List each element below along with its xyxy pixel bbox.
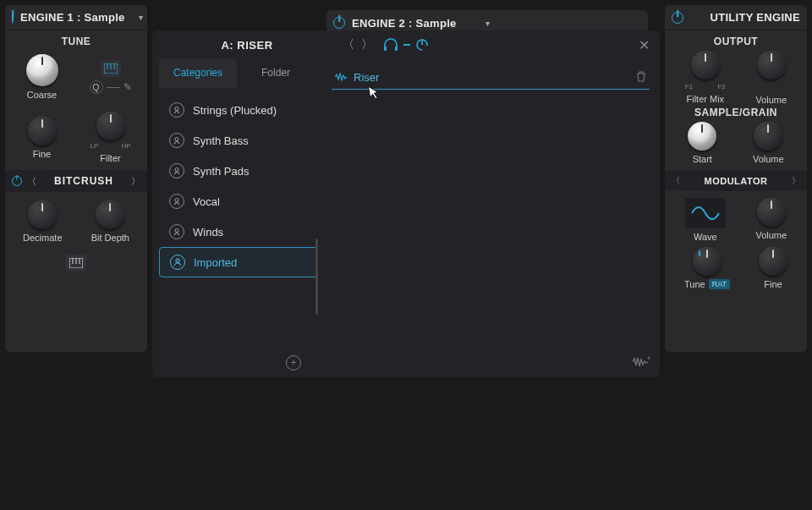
modulator-header: 〈 MODULATOR 〉 bbox=[665, 171, 807, 191]
engine1-title: ENGINE 1 : Sample bbox=[20, 11, 125, 24]
preview-volume-icon[interactable] bbox=[415, 38, 429, 52]
decimate-knob[interactable] bbox=[28, 200, 57, 229]
output-volume-label: Volume bbox=[755, 95, 787, 105]
engine2-power-icon[interactable] bbox=[333, 17, 345, 29]
svg-text:+: + bbox=[647, 356, 650, 362]
category-item[interactable]: Synth Pads bbox=[159, 156, 318, 186]
utility-power-icon[interactable] bbox=[672, 12, 683, 24]
sample-name: Riser bbox=[354, 71, 629, 84]
pencil-icon[interactable]: ✎ bbox=[123, 81, 132, 93]
preset-source-icon bbox=[169, 163, 184, 178]
category-item[interactable]: Synth Bass bbox=[159, 125, 318, 156]
category-item-label: Imported bbox=[194, 256, 237, 269]
user-icon bbox=[170, 255, 185, 270]
filter-knob[interactable] bbox=[96, 112, 125, 140]
browser-prev-icon[interactable]: 〈 bbox=[340, 36, 357, 54]
keytrack-icon[interactable] bbox=[101, 60, 121, 77]
waveform-icon bbox=[335, 73, 347, 83]
category-item[interactable]: Strings (Plucked) bbox=[159, 95, 318, 125]
fx-power-icon[interactable] bbox=[12, 176, 22, 186]
rate-mode-badge[interactable]: RAT bbox=[709, 279, 730, 289]
engine1-header: ENGINE 1 : Sample ▾ bbox=[5, 5, 147, 30]
category-item-label: Strings (Plucked) bbox=[193, 104, 277, 117]
tab-folder[interactable]: Folder bbox=[237, 59, 315, 88]
engine1-power-icon[interactable] bbox=[12, 12, 14, 24]
keyboard-view-icon[interactable] bbox=[66, 255, 86, 271]
category-list: Strings (Plucked)Synth BassSynth PadsVoc… bbox=[159, 95, 318, 370]
category-scrollbar[interactable] bbox=[315, 239, 318, 315]
preset-source-icon bbox=[169, 224, 184, 239]
preset-source-icon bbox=[169, 102, 184, 118]
delete-sample-icon[interactable] bbox=[636, 71, 646, 85]
filter-mix-label: Filter Mix bbox=[687, 94, 725, 104]
category-item[interactable]: Imported bbox=[159, 247, 318, 277]
category-item[interactable]: Vocal bbox=[159, 186, 318, 217]
mod-volume-knob[interactable] bbox=[757, 198, 786, 227]
svg-rect-8 bbox=[384, 47, 387, 51]
tab-categories[interactable]: Categories bbox=[159, 59, 237, 88]
decimate-label: Decimate bbox=[23, 233, 62, 243]
utility-title: UTILITY ENGINE bbox=[690, 11, 800, 24]
mod-volume-label: Volume bbox=[755, 230, 787, 240]
dash-icon bbox=[107, 87, 120, 88]
category-item[interactable]: Winds bbox=[159, 217, 318, 247]
output-section-label: OUTPUT bbox=[670, 36, 802, 47]
preview-controls[interactable] bbox=[383, 38, 429, 52]
browser-next-icon[interactable]: 〉 bbox=[359, 36, 376, 54]
category-item-label: Vocal bbox=[193, 195, 220, 208]
svg-rect-9 bbox=[395, 47, 398, 51]
fx-name-label: BITCRUSH bbox=[36, 175, 131, 187]
fx-selector-bar: 〈 BITCRUSH 〉 bbox=[5, 170, 147, 192]
category-item-label: Synth Pads bbox=[193, 165, 250, 178]
bitdepth-label: Bit Depth bbox=[91, 233, 129, 243]
grain-volume-label: Volume bbox=[753, 154, 784, 164]
q-label: Q bbox=[90, 80, 103, 94]
preset-source-icon bbox=[169, 133, 184, 148]
fine-knob[interactable] bbox=[28, 117, 57, 145]
import-sample-icon[interactable]: + bbox=[633, 356, 650, 370]
sample-grain-label: SAMPLE/GRAIN bbox=[670, 107, 802, 118]
browser-close-button[interactable]: ✕ bbox=[639, 37, 650, 53]
bitdepth-knob[interactable] bbox=[96, 200, 124, 229]
preset-source-icon bbox=[169, 194, 184, 209]
fine-label: Fine bbox=[33, 149, 51, 159]
engine1-panel: ENGINE 1 : Sample ▾ TUNE Coarse Q bbox=[5, 5, 147, 352]
coarse-knob[interactable] bbox=[26, 54, 58, 86]
fx-next-chevron-icon[interactable]: 〉 bbox=[131, 175, 140, 188]
engine1-dropdown-chevron-icon[interactable]: ▾ bbox=[139, 13, 143, 22]
browser-left-pane: Categories Folder Strings (Plucked)Synth… bbox=[152, 59, 321, 370]
browser-title: A: RISER bbox=[162, 39, 332, 52]
tune-section-label: TUNE bbox=[5, 36, 147, 47]
modulator-next-chevron-icon[interactable]: 〉 bbox=[792, 175, 800, 187]
filter-label: Filter bbox=[100, 153, 120, 163]
modulator-prev-chevron-icon[interactable]: 〈 bbox=[672, 175, 680, 187]
utility-engine-panel: UTILITY ENGINE OUTPUT F1F2 Filter Mix Vo… bbox=[665, 5, 807, 352]
category-item-label: Synth Bass bbox=[193, 134, 249, 147]
engine2-title: ENGINE 2 : Sample bbox=[352, 17, 457, 30]
output-volume-knob[interactable] bbox=[757, 51, 786, 80]
category-item-label: Winds bbox=[193, 226, 223, 239]
mod-tune-knob[interactable] bbox=[693, 247, 721, 276]
mod-tune-label: Tune bbox=[684, 279, 705, 289]
grain-volume-knob[interactable] bbox=[754, 122, 782, 151]
mod-fine-knob[interactable] bbox=[759, 247, 787, 276]
start-label: Start bbox=[693, 154, 712, 164]
filter-lp-hp-labels: LPHP bbox=[91, 142, 131, 150]
wave-label: Wave bbox=[694, 232, 717, 242]
sample-browser-panel: A: RISER 〈 〉 ✕ Categories Folder bbox=[152, 30, 660, 377]
modulator-name-label: MODULATOR bbox=[680, 176, 792, 186]
browser-results-pane: Riser bbox=[321, 59, 660, 370]
svg-point-17 bbox=[176, 259, 179, 262]
filter-mix-knob[interactable] bbox=[691, 51, 720, 80]
wave-shape-selector[interactable] bbox=[685, 198, 726, 228]
fx-prev-chevron-icon[interactable]: 〈 bbox=[27, 175, 36, 188]
mod-fine-label: Fine bbox=[764, 279, 782, 289]
start-knob[interactable] bbox=[688, 122, 716, 151]
coarse-label: Coarse bbox=[27, 90, 57, 100]
engine2-dropdown-chevron-icon[interactable]: ▾ bbox=[486, 19, 490, 28]
f1-f2-labels: F1F2 bbox=[685, 83, 726, 90]
headphones-icon[interactable] bbox=[383, 38, 398, 52]
add-category-button[interactable]: + bbox=[286, 355, 301, 370]
